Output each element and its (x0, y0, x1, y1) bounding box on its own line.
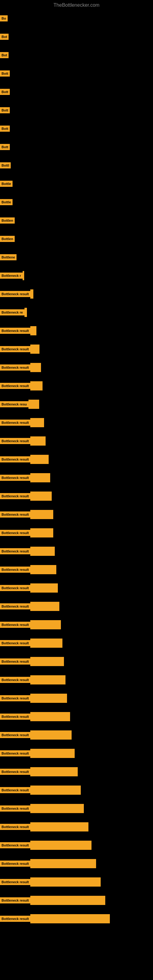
bottleneck-label: Bottleneck r (0, 272, 22, 279)
list-item: Bottleneck result (0, 689, 153, 708)
bottleneck-bar (30, 620, 61, 629)
list-item: Bottleneck result (0, 818, 153, 836)
bottleneck-bar (30, 528, 53, 538)
bottleneck-bar (30, 547, 55, 556)
bottleneck-label: Bottleneck result (0, 659, 30, 665)
bottleneck-label: Bottleneck result (0, 585, 30, 591)
bottleneck-bar (30, 565, 56, 574)
list-item: Bottle (0, 193, 153, 211)
list-item: Bottlen (0, 230, 153, 248)
list-item: Bott (0, 64, 153, 83)
bottleneck-label: Bottle (0, 199, 13, 205)
bottleneck-label: Bottleneck result (0, 787, 30, 793)
list-item: Bottleneck result (0, 781, 153, 799)
bottleneck-bar (30, 767, 78, 776)
bottleneck-label: Bottleneck result (0, 732, 30, 738)
bottleneck-label: Bottleneck result (0, 346, 30, 352)
bottleneck-label: Bottleneck result (0, 548, 30, 554)
list-item: Bottleneck result (0, 910, 153, 928)
bottleneck-label: Bottlen (0, 236, 15, 242)
bottleneck-bar (30, 326, 37, 335)
bottleneck-label: Bott (0, 144, 10, 150)
list-item: Bottleneck result (0, 542, 153, 560)
bottleneck-label: Bottleneck result (0, 291, 30, 297)
bottleneck-bar (30, 657, 64, 666)
list-item: Bo (0, 9, 153, 27)
bottleneck-label: Bottleneck result (0, 677, 30, 683)
bottleneck-bar (30, 418, 44, 427)
site-title: TheBottlenecker.com (0, 0, 153, 10)
bottleneck-label: Bottleneck result (0, 420, 30, 426)
bottleneck-bar (30, 675, 65, 684)
bottleneck-label: Bottleneck result (0, 438, 30, 444)
list-item: Bott (0, 101, 153, 119)
bottleneck-label: Bottleneck result (0, 695, 30, 701)
bottleneck-label: Bottl (0, 162, 11, 169)
bottleneck-label: Bottleneck result (0, 603, 30, 609)
bottleneck-label: Bottle (0, 181, 13, 187)
list-item: Bottleneck result (0, 652, 153, 671)
bottleneck-bar (30, 749, 75, 758)
bottleneck-label: Bottleneck result (0, 511, 30, 517)
list-item: Bottleneck result (0, 597, 153, 616)
bottleneck-bar (30, 694, 67, 703)
bottleneck-label: Bottleneck re (0, 309, 24, 315)
list-item: Bottleneck result (0, 616, 153, 634)
bottleneck-label: Bottleneck result (0, 769, 30, 775)
bottleneck-bar (30, 877, 101, 886)
list-item: Bottleneck result (0, 836, 153, 854)
bottleneck-label: Bottleneck result (0, 475, 30, 481)
list-item: Bottleneck result (0, 414, 153, 432)
bottleneck-label: Bott (0, 107, 10, 113)
bottleneck-bar (30, 841, 91, 850)
bottleneck-bar (30, 638, 62, 648)
list-item: Bottleneck result (0, 432, 153, 450)
bottleneck-bar (30, 786, 81, 795)
bottleneck-bar (30, 859, 96, 868)
bottleneck-bar (30, 584, 58, 593)
bottleneck-label: Bottleneck result (0, 328, 30, 334)
bottleneck-label: Bottleneck result (0, 493, 30, 499)
bottleneck-bar (30, 712, 70, 721)
bottleneck-bar (30, 896, 105, 905)
list-item: Bottleneck result (0, 285, 153, 303)
bottleneck-label: Bottleneck result (0, 566, 30, 573)
bottleneck-label: Bottleneck result (0, 456, 30, 463)
items-container: BoBotBotBottBottBottBottBottBottlBottleB… (0, 9, 153, 928)
bottleneck-bar (30, 492, 52, 501)
list-item: Bottleneck result (0, 340, 153, 358)
list-item: Bottleneck result (0, 708, 153, 726)
bottleneck-label: Bottleneck result (0, 861, 30, 867)
bottleneck-label: Bottleneck result (0, 364, 30, 371)
bottleneck-label: Bottleneck result (0, 879, 30, 885)
bottleneck-label: Bottleneck result (0, 842, 30, 848)
list-item: Bottleneck result (0, 579, 153, 597)
list-item: Bottleneck result (0, 487, 153, 505)
list-item: Bottleneck result (0, 450, 153, 469)
bottleneck-label: Bottleneck result (0, 916, 30, 922)
list-item: Bottleneck r (0, 266, 153, 285)
list-item: Bottlene (0, 248, 153, 266)
bottleneck-label: Bottleneck result (0, 897, 30, 904)
bottleneck-bar (30, 473, 50, 482)
bottleneck-bar (30, 914, 110, 923)
bottleneck-bar (22, 271, 24, 280)
bottleneck-label: Bottleneck result (0, 530, 30, 536)
bottleneck-label: Bottleneck resu (0, 401, 29, 407)
list-item: Bottleneck result (0, 799, 153, 818)
bottleneck-label: Bott (0, 70, 10, 76)
bottleneck-bar (30, 381, 43, 390)
list-item: Bottleneck resu (0, 395, 153, 414)
bottleneck-label: Bottleneck result (0, 622, 30, 628)
bottleneck-bar (30, 345, 40, 354)
bottleneck-label: Bottlen (0, 218, 15, 224)
list-item: Bottleneck result (0, 321, 153, 340)
list-item: Bottl (0, 156, 153, 175)
bottleneck-label: Bot (0, 34, 9, 40)
list-item: Bottleneck result (0, 744, 153, 762)
bottleneck-bar (29, 400, 39, 409)
bottleneck-label: Bottleneck result (0, 750, 30, 756)
bottleneck-bar (30, 730, 72, 740)
bottleneck-bar (30, 510, 53, 519)
list-item: Bott (0, 119, 153, 138)
